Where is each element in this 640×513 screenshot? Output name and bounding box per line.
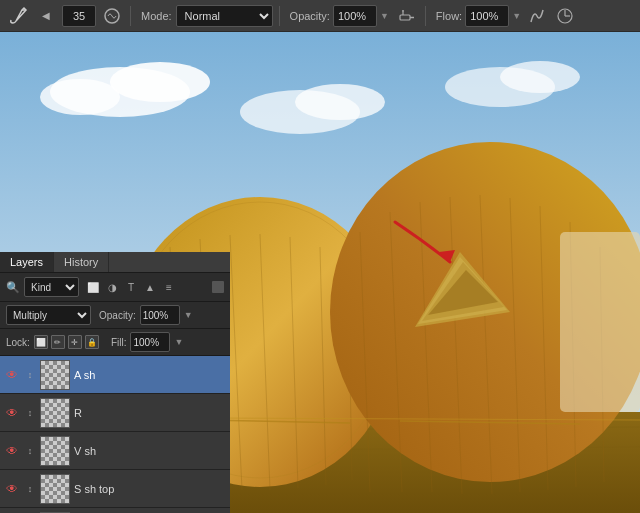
blend-mode-row: Multiply Opacity: 100% ▼ [0, 302, 230, 329]
layer-thumbnail [40, 398, 70, 428]
svg-point-11 [110, 62, 210, 102]
layer-visibility-icon[interactable]: 👁 [4, 481, 20, 497]
canvas-area[interactable]: Layers History 🔍 Kind ⬜ ◑ T ▲ ≡ Multiply… [0, 32, 640, 513]
svg-point-16 [500, 61, 580, 93]
filter-smart-icon[interactable]: ≡ [161, 279, 177, 295]
lock-label: Lock: [6, 337, 30, 348]
layers-filter-bar: 🔍 Kind ⬜ ◑ T ▲ ≡ [0, 273, 230, 302]
opacity-group: Opacity: 100% ▼ [286, 5, 389, 27]
layer-thumbnail [40, 474, 70, 504]
mode-select[interactable]: NormalDissolveDarkenMultiplyColor BurnLi… [176, 5, 273, 27]
smooth-icon[interactable] [525, 4, 549, 28]
layer-name: S sh top [74, 483, 226, 495]
brush-tool-icon[interactable] [6, 4, 30, 28]
filter-icons-group: ⬜ ◑ T ▲ ≡ [85, 279, 177, 295]
tab-layers[interactable]: Layers [0, 252, 54, 272]
layer-row[interactable]: 👁 ↕ S Sh [0, 508, 230, 513]
filter-pixels-icon[interactable]: ⬜ [85, 279, 101, 295]
layer-link-icon: ↕ [24, 483, 36, 495]
svg-point-14 [295, 84, 385, 120]
layer-visibility-icon[interactable]: 👁 [4, 405, 20, 421]
prev-brush-icon[interactable]: ◀ [34, 4, 58, 28]
brush-preset-icon[interactable] [100, 4, 124, 28]
airbrush-icon[interactable] [395, 4, 419, 28]
layer-row[interactable]: 👁 ↕ R [0, 394, 230, 432]
flow-arrow: ▼ [512, 11, 521, 21]
toolbar: ◀ 35 Mode: NormalDissolveDarkenMultiplyC… [0, 0, 640, 32]
lock-image-pixels-icon[interactable]: ✏ [51, 335, 65, 349]
layer-thumbnail [40, 436, 70, 466]
svg-point-12 [40, 79, 120, 115]
flow-label: Flow: [436, 10, 462, 22]
layers-list: 👁 ↕ A sh 👁 ↕ R 👁 ↕ V sh 👁 [0, 356, 230, 513]
layer-link-icon: ↕ [24, 445, 36, 457]
filter-adjust-icon[interactable]: ◑ [104, 279, 120, 295]
toolbar-divider-1 [130, 6, 131, 26]
layer-thumbnail [40, 360, 70, 390]
panel-tabs: Layers History [0, 252, 230, 273]
brush-size-display[interactable]: 35 [62, 5, 96, 27]
layer-link-icon: ↕ [24, 407, 36, 419]
flow-value-display[interactable]: 100% [465, 5, 509, 27]
tab-history[interactable]: History [54, 252, 109, 272]
lock-icons-group: ⬜ ✏ ✛ 🔒 [34, 335, 99, 349]
opacity-row-value[interactable]: 100% [140, 305, 180, 325]
flow-group: Flow: 100% ▼ [432, 5, 521, 27]
filter-shape-icon[interactable]: ▲ [142, 279, 158, 295]
lock-position-icon[interactable]: ✛ [68, 335, 82, 349]
fill-label: Fill: [111, 337, 127, 348]
filter-magnify-icon: 🔍 [6, 281, 20, 294]
layer-name: R [74, 407, 226, 419]
layer-visibility-icon[interactable]: 👁 [4, 443, 20, 459]
toolbar-divider-3 [425, 6, 426, 26]
filter-kind-select[interactable]: Kind [24, 277, 79, 297]
layer-row[interactable]: 👁 ↕ S sh top [0, 470, 230, 508]
opacity-row-label: Opacity: [99, 310, 136, 321]
layer-name: A sh [74, 369, 226, 381]
layer-link-icon: ↕ [24, 369, 36, 381]
svg-rect-2 [400, 15, 410, 20]
fill-value[interactable]: 100% [130, 332, 170, 352]
layer-name: V sh [74, 445, 226, 457]
blend-mode-select[interactable]: Multiply [6, 305, 91, 325]
angle-icon[interactable] [553, 4, 577, 28]
opacity-arrow: ▼ [380, 11, 389, 21]
toolbar-divider-2 [279, 6, 280, 26]
layers-panel: Layers History 🔍 Kind ⬜ ◑ T ▲ ≡ Multiply… [0, 252, 230, 513]
opacity-label: Opacity: [290, 10, 330, 22]
filter-type-icon[interactable]: T [123, 279, 139, 295]
lock-row: Lock: ⬜ ✏ ✛ 🔒 Fill: 100% ▼ [0, 329, 230, 356]
svg-point-5 [402, 10, 404, 12]
layer-row[interactable]: 👁 ↕ A sh [0, 356, 230, 394]
opacity-dropdown-arrow: ▼ [184, 310, 193, 320]
layer-row[interactable]: 👁 ↕ V sh [0, 432, 230, 470]
fill-dropdown-arrow: ▼ [174, 337, 183, 347]
mode-label: Mode: [141, 10, 172, 22]
svg-rect-51 [560, 232, 640, 412]
layer-visibility-icon[interactable]: 👁 [4, 367, 20, 383]
filter-toggle-icon[interactable] [212, 281, 224, 293]
opacity-value-display[interactable]: 100% [333, 5, 377, 27]
lock-all-icon[interactable]: 🔒 [85, 335, 99, 349]
lock-transparent-pixels-icon[interactable]: ⬜ [34, 335, 48, 349]
